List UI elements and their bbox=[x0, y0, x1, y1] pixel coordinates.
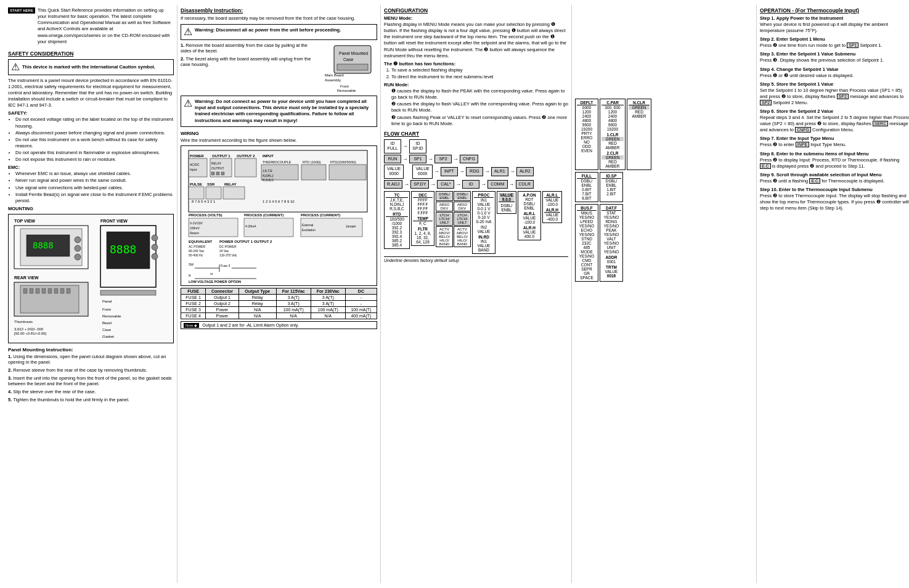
flow-right-section: DEFLT 0000 1200 2400 4800 9600 19200 PRT… bbox=[575, 99, 753, 282]
connector-header: Connector bbox=[206, 288, 239, 294]
svg-text:Bezel: Bezel bbox=[102, 321, 112, 325]
svg-text:Thumbnuts: Thumbnuts bbox=[14, 320, 33, 324]
svg-rect-56 bbox=[221, 172, 224, 175]
svg-text:Jumper: Jumper bbox=[346, 224, 356, 228]
svg-text:THERMOCOUPLE: THERMOCOUPLE bbox=[263, 160, 291, 164]
operation-section: OPERATION - (For Thermocouple Input) Ste… bbox=[760, 7, 909, 211]
svg-text:OUTPUT 2: OUTPUT 2 bbox=[237, 154, 255, 158]
alr-value-col: VALUE9.0.0 DSBL/ENBL bbox=[497, 191, 516, 214]
op-step-2-title: Step 2. Enter Setpoint 1 Menu bbox=[760, 36, 909, 42]
op-step-3-body: Press ❸. Display shows the previous sele… bbox=[760, 57, 909, 63]
svg-text:SW: SW bbox=[189, 263, 194, 266]
op-step-2: Step 2. Enter Setpoint 1 Menu Press ❷ on… bbox=[760, 36, 909, 49]
warning-box-1: ⚠ Warning: Disconnect all ac power from … bbox=[181, 24, 377, 40]
full-idsp-section: FULL DSBL/ENBL 0.BIT 7.BIT 8.BIT ID.SP D… bbox=[575, 172, 753, 202]
svg-rect-14 bbox=[42, 288, 46, 293]
svg-text:Excitation: Excitation bbox=[302, 228, 316, 232]
alr2-box: ALR2 bbox=[516, 167, 534, 176]
op-step-10-body: Press ❷ to store Thermocouple Input. The… bbox=[760, 193, 909, 211]
flow-row-top: IDFULL → IDSP.ID bbox=[384, 139, 568, 153]
svg-rect-54 bbox=[211, 172, 214, 175]
svg-text:100mV: 100mV bbox=[190, 226, 200, 230]
panel-diagram: TOP VIEW 8888 REAR VIEW bbox=[8, 214, 174, 343]
safety-list-title: SAFETY: bbox=[8, 110, 174, 116]
value-0000-2: VALUE0000 bbox=[412, 165, 432, 179]
emc-item: Never run signal and power wires in the … bbox=[15, 178, 174, 184]
svg-text:AC POWER: AC POWER bbox=[189, 245, 206, 248]
op-step-6: Step 6. Store the Setpoint 2 Value Repea… bbox=[760, 108, 909, 133]
fuse-row: FUSE 2 Output 2 Relay 3 A(T) 3 A(T) - bbox=[181, 300, 377, 306]
disassembly-body: If necessary, the board assembly may be … bbox=[181, 15, 377, 22]
230v-header: For 230Vac bbox=[311, 288, 345, 294]
svg-text:PROCESS (VOLTS): PROCESS (VOLTS) bbox=[189, 213, 222, 217]
wiring-diagram: POWER AC/DC Input OUTPUT 1 RELAY OUTPUT … bbox=[181, 145, 377, 286]
op-step-10: Step 10. Enter to the Thermocouple Input… bbox=[760, 187, 909, 211]
emc-item: Install Ferrite Bead(s) on signal wire c… bbox=[15, 192, 174, 204]
run-item: ❸ causes flashing Peak or VALLEY to rese… bbox=[391, 115, 568, 127]
emc-item: Whenever EMC is an issue, always use shi… bbox=[15, 171, 174, 177]
value-0000-1: VALUE0000 bbox=[384, 165, 404, 179]
run-item: ❶ causes the display to flash the PEAK w… bbox=[391, 88, 568, 100]
svg-text:N,DIN,J: N,DIN,J bbox=[263, 174, 274, 178]
operation-title: OPERATION - (For Thermocouple Input) bbox=[760, 7, 909, 14]
menu-body: Flashing display in MENU Mode means you … bbox=[384, 22, 568, 59]
intro-text: This Quick Start Reference provides info… bbox=[38, 7, 174, 45]
svg-text:EQUIVALENT: EQUIVALENT bbox=[189, 240, 213, 243]
proc-col: PROC IN1 VALUE 0-0.1 V 0-1.0 V 0-10 V 0-… bbox=[472, 191, 495, 254]
flow-row-value: VALUE0000 VALUE0000 → INPT → RDG → ALR1 … bbox=[384, 165, 568, 179]
op-step-5: Step 5. Store the Setpoint 1 Value Set t… bbox=[760, 81, 909, 106]
svg-text:4-20mA: 4-20mA bbox=[245, 224, 256, 228]
svg-text:3,622 +.032/-.000: 3,622 +.032/-.000 bbox=[14, 327, 44, 331]
rdg-box: RDG bbox=[466, 167, 483, 176]
run-box: RUN bbox=[384, 155, 401, 163]
svg-text:8 7 6 5 4 3 2 1: 8 7 6 5 4 3 2 1 bbox=[192, 200, 216, 203]
flow-chart-section: FLOW CHART IDFULL → IDSP.ID RUN → SP1 → … bbox=[384, 131, 568, 263]
op-step-5-title: Step 5. Store the Setpoint 1 Value bbox=[760, 81, 909, 87]
svg-text:PULSE: PULSE bbox=[190, 182, 202, 186]
op-step-9-body: Press ❷ until a flashing E.C for Thermoc… bbox=[760, 178, 909, 184]
note-text: Output 1 and 2 are for -AL Limit Alarm O… bbox=[202, 323, 298, 327]
fuse-table: FUSE Connector Output Type For 115Vac Fo… bbox=[181, 288, 377, 319]
dc-header: DC bbox=[345, 288, 377, 294]
fuse-row: FUSE 4 Power N/A N/A N/A 400 mA(T) bbox=[181, 312, 377, 319]
nclr-col: N.CLR GREEN RED AMBER bbox=[627, 99, 651, 170]
svg-text:Removable: Removable bbox=[337, 89, 356, 92]
emc-list: Whenever EMC is an issue, always use shi… bbox=[15, 171, 174, 204]
wiring-section: WIRING Wire the instrument according to … bbox=[181, 131, 377, 329]
svg-text:1 2 3 4 5 6 7 8 9 10: 1 2 3 4 5 6 7 8 9 10 bbox=[263, 200, 295, 203]
spdy-box: SP.DY bbox=[410, 180, 429, 189]
op-step-1: Step 1. Apply Power to the Instrument Wh… bbox=[760, 15, 909, 34]
svg-text:110-375 Vdc: 110-375 Vdc bbox=[219, 253, 237, 257]
id-spid-box: IDSP.ID bbox=[409, 139, 426, 153]
caution-icon: ⚠ bbox=[11, 62, 20, 72]
svg-text:Input: Input bbox=[190, 168, 197, 171]
dsbl-cols: DSBL/ENBL DSBL/ENBL ABSO DEV bbox=[436, 191, 471, 247]
svg-text:FRONT VIEW: FRONT VIEW bbox=[100, 219, 128, 223]
flow-chart-title: FLOW CHART bbox=[384, 131, 568, 137]
op-step-10-title: Step 10. Enter to the Thermocouple Input… bbox=[760, 187, 909, 192]
busf-col: BUS.F MbUS YES/NO LFEED YES/NO ECHO YES/… bbox=[575, 204, 598, 282]
svg-text:POWER: POWER bbox=[190, 154, 204, 158]
svg-point-7 bbox=[75, 254, 81, 260]
omega-list: To save a selected flashing display To d… bbox=[391, 67, 568, 80]
id-box: ID bbox=[462, 180, 479, 189]
svg-text:J,K,T,E: J,K,T,E bbox=[263, 169, 273, 173]
warning-box-2: ⚠ Warning: Do not connect ac power to yo… bbox=[181, 96, 377, 127]
svg-text:N: N bbox=[189, 274, 191, 277]
step-2: 2. Remove sleeve from the rear of the ca… bbox=[8, 367, 174, 373]
svg-rect-55 bbox=[216, 172, 219, 175]
fuse-row: FUSE 3 Power N/A 100 mA(T) 100 mA(T) 100… bbox=[181, 306, 377, 312]
svg-rect-13 bbox=[36, 288, 39, 293]
svg-text:90-240 Vac: 90-240 Vac bbox=[189, 249, 205, 253]
svg-text:External: External bbox=[302, 223, 313, 227]
busf-section: BUS.F MbUS YES/NO LFEED YES/NO ECHO YES/… bbox=[575, 204, 753, 282]
underline-note: Underline denotes factory default setup bbox=[384, 256, 568, 263]
svg-text:8888: 8888 bbox=[110, 243, 136, 256]
svg-text:REAR VIEW: REAR VIEW bbox=[14, 276, 39, 280]
start-here-section: START HERE This Quick Start Reference pr… bbox=[8, 7, 174, 47]
deflt-col: DEFLT 0000 1200 2400 4800 9600 19200 PRT… bbox=[575, 99, 598, 170]
op-step-7: Step 7. Enter the Input Type Menu Press … bbox=[760, 136, 909, 148]
step-1: 1. Using the dimensions, open the panel … bbox=[8, 354, 174, 365]
flow-detail: TC J,K,T,E, N,DIN,J R,S,B,C RTD 100/500 … bbox=[384, 191, 568, 254]
svg-text:[92.00 +0.81/+0.00]: [92.00 +0.81/+0.00] bbox=[14, 332, 46, 335]
